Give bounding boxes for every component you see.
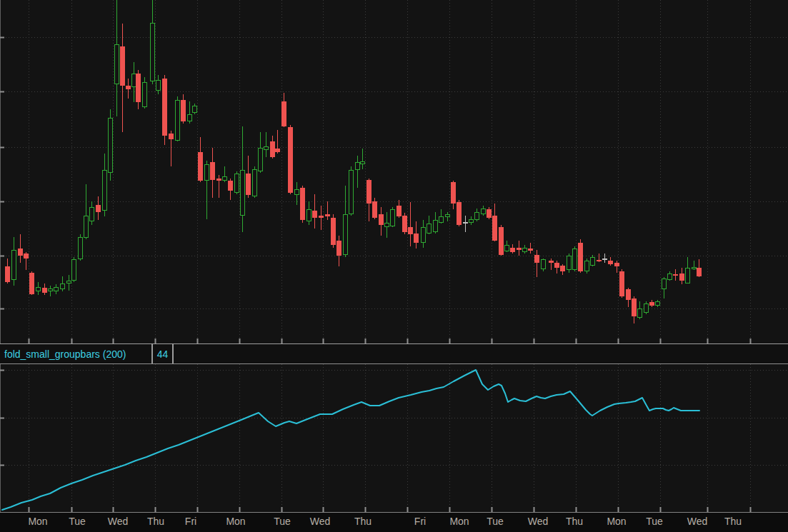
axis-day-label: Mon [607, 516, 626, 527]
study-line-chart[interactable] [0, 364, 788, 512]
axis-day-label: Fri [185, 516, 196, 527]
axis-day-label: Mon [226, 516, 245, 527]
study-value-text: 44 [157, 348, 169, 360]
axis-day-label: Thu [724, 516, 742, 527]
axis-day-label: Wed [687, 516, 708, 527]
price-candlestick-chart[interactable] [0, 0, 788, 343]
axis-day-label: Tue [69, 516, 86, 527]
axis-day-label: Wed [528, 516, 549, 527]
axis-day-label: Thu [147, 516, 164, 527]
study-label-text: fold_small_groupbars (200) [4, 348, 126, 360]
axis-day-label: Mon [449, 516, 469, 527]
study-label[interactable]: fold_small_groupbars (200) [0, 344, 153, 363]
axis-day-label: Thu [354, 516, 371, 527]
axis-day-label: Fri [414, 516, 426, 527]
axis-day-label: Wed [108, 516, 129, 527]
time-axis[interactable]: MonTueWedThuFriMonTueWedThuFriMonTueWedT… [0, 512, 788, 532]
study-value-badge[interactable]: 44 [153, 344, 174, 363]
axis-day-label: Tue [646, 516, 663, 527]
axis-day-label: Wed [310, 516, 331, 527]
axis-day-label: Thu [566, 516, 583, 527]
study-header-band: fold_small_groupbars (200) 44 [0, 343, 788, 364]
axis-day-label: Tue [274, 516, 291, 527]
trading-chart-window: fold_small_groupbars (200) 44 MonTueWedT… [0, 0, 788, 532]
axis-day-label: Tue [487, 516, 504, 527]
axis-day-label: Mon [28, 516, 47, 527]
